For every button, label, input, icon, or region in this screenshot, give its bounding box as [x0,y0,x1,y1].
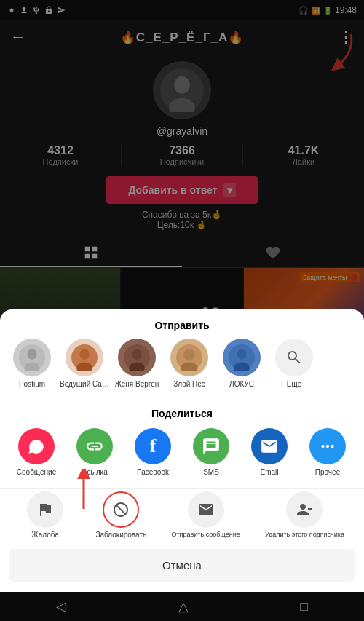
contact-locus[interactable]: ЛОКУС [215,339,268,388]
facebook-letter: f [150,435,157,457]
apps-row: Сообщение Ссылка f Facebook S [0,425,364,486]
svg-point-18 [237,349,247,359]
send-section-title: Отправить [0,309,364,339]
envelope-icon [197,501,215,518]
action-icon-remove-follower [286,491,323,528]
app-name-message: Сообщение [17,468,56,476]
action-icon-send-message [188,491,224,528]
contact-img-vedushiy [71,344,98,371]
svg-point-9 [80,349,90,359]
contact-postium[interactable]: Postium [6,339,58,388]
contact-img-zhenya [124,344,150,371]
bottom-sheet: Отправить Postium Ведущий [0,309,364,592]
app-icon-message [18,428,55,464]
contact-img-postium [19,344,45,371]
action-remove-follower[interactable]: Удалить этого подписчика [265,491,344,539]
app-message[interactable]: Сообщение [15,428,58,476]
contact-name-vedushiy: Ведущий Саша Хоро… [60,380,109,388]
person-remove-icon [296,501,313,518]
svg-point-12 [132,349,142,359]
app-icon-other [309,428,346,464]
svg-point-6 [28,349,37,359]
contact-name-postium: Postium [19,380,45,388]
app-icon-link [76,428,113,464]
contact-name-locus: ЛОКУС [229,380,254,388]
red-arrow-bottom-indicator [66,469,102,515]
svg-point-15 [183,349,195,360]
contact-name-more: Ещё [287,380,301,388]
block-icon [112,501,130,518]
contact-avatar-locus [223,339,261,376]
contact-vedushiy[interactable]: Ведущий Саша Хоро… [58,339,111,388]
app-icon-facebook: f [135,428,171,464]
share-section-title: Поделиться [0,402,364,425]
action-name-remove-follower: Удалить этого подписчика [265,531,344,538]
email-icon [260,437,279,456]
app-other[interactable]: Прочее [306,428,349,476]
contact-dog[interactable]: Злой Пёс [163,339,215,388]
flag-icon [36,501,54,518]
message-icon [27,437,46,456]
action-send-message[interactable]: Отправить сообщение [172,491,240,539]
contact-img-dog [176,344,202,371]
contact-avatar-vedushiy [66,339,103,376]
cancel-button[interactable]: Отмена [9,549,355,582]
link-icon [85,437,104,456]
search-small-icon [285,349,303,366]
contact-avatar-dog [170,339,208,376]
app-name-facebook: Facebook [137,468,169,476]
contact-img-locus [229,344,255,371]
app-sms[interactable]: SMS [189,428,233,476]
contact-avatar-postium [13,339,51,376]
action-name-block: Заблокировать [95,531,146,539]
contact-avatar-zhenya [118,339,156,376]
app-icon-sms [193,428,229,464]
contact-name-zhenya: Женя Верген [115,380,159,388]
action-icon-report [27,491,63,528]
sms-icon [202,437,221,456]
contacts-row: Postium Ведущий Саша Хоро… Ж [0,339,364,397]
action-name-report: Жалоба [31,531,58,539]
app-facebook[interactable]: f Facebook [131,428,175,476]
contact-name-dog: Злой Пёс [173,380,205,388]
app-email[interactable]: Email [248,428,291,476]
actions-row: Жалоба Заблокировать Отправить сообщение [0,488,364,546]
action-block[interactable]: Заблокировать [95,491,146,539]
app-icon-email [251,428,288,464]
contact-more[interactable]: Ещё [268,339,320,388]
app-name-email: Email [260,468,278,476]
app-name-sms: SMS [203,468,219,476]
contact-avatar-more [275,339,313,376]
action-icon-block [103,491,139,528]
app-name-other: Прочее [315,468,340,476]
more-horiz-icon [318,437,337,456]
action-name-send-message: Отправить сообщение [172,531,240,538]
contact-zhenya[interactable]: Женя Верген [111,339,163,388]
action-report[interactable]: Жалоба [20,491,71,539]
divider-1 [0,397,364,397]
